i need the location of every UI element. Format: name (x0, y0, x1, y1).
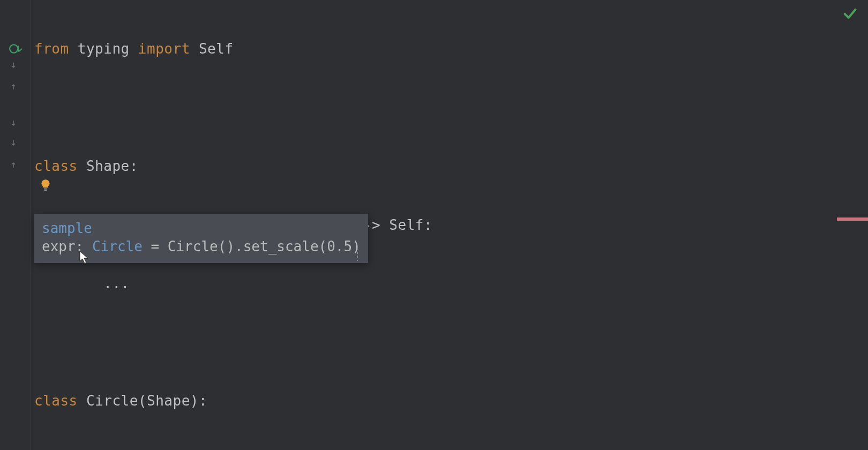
punct: : (424, 217, 432, 233)
resize-grip-icon[interactable]: ⋮⋮ (353, 250, 363, 259)
code-line[interactable]: class Shape: (34, 156, 868, 176)
tooltip-inferred-type: Circle (92, 238, 143, 254)
punct: ( (138, 393, 147, 409)
tooltip-title: sample (42, 219, 361, 237)
keyword-from: from (34, 41, 69, 57)
run-class-icon[interactable] (0, 42, 31, 56)
module-name: typing (78, 41, 130, 57)
code-line[interactable]: class Circle(Shape): (34, 391, 868, 411)
keyword-class: class (34, 158, 78, 174)
svg-point-0 (10, 44, 18, 52)
punct: : (199, 393, 207, 409)
imported-name: Self (199, 41, 234, 57)
code-line[interactable] (34, 333, 868, 352)
tooltip-rest: = Circle().set_scale(0.5) (143, 238, 361, 254)
code-line[interactable]: from typing import Self (34, 39, 868, 59)
fold-toggle-icon[interactable] (0, 120, 31, 129)
fold-toggle-icon[interactable] (0, 81, 31, 90)
fold-toggle-icon[interactable] (0, 62, 31, 71)
fold-toggle-icon[interactable] (0, 160, 31, 168)
class-name: Circle (86, 393, 138, 409)
keyword-class: class (34, 393, 78, 409)
punct: : (130, 158, 138, 174)
code-line[interactable]: ... (34, 274, 868, 294)
keyword-import: import (138, 41, 190, 57)
punct: ) (190, 393, 199, 409)
return-type: Self (389, 217, 424, 233)
mouse-cursor-icon (79, 251, 90, 265)
code-line[interactable] (34, 98, 868, 118)
code-editor[interactable]: from typing import Self class Shape: def… (0, 0, 868, 450)
base-class: Shape (147, 393, 190, 409)
ellipsis: ... (103, 275, 129, 291)
fold-toggle-icon[interactable] (0, 140, 31, 148)
gutter (0, 0, 31, 450)
class-name: Shape (86, 158, 130, 174)
